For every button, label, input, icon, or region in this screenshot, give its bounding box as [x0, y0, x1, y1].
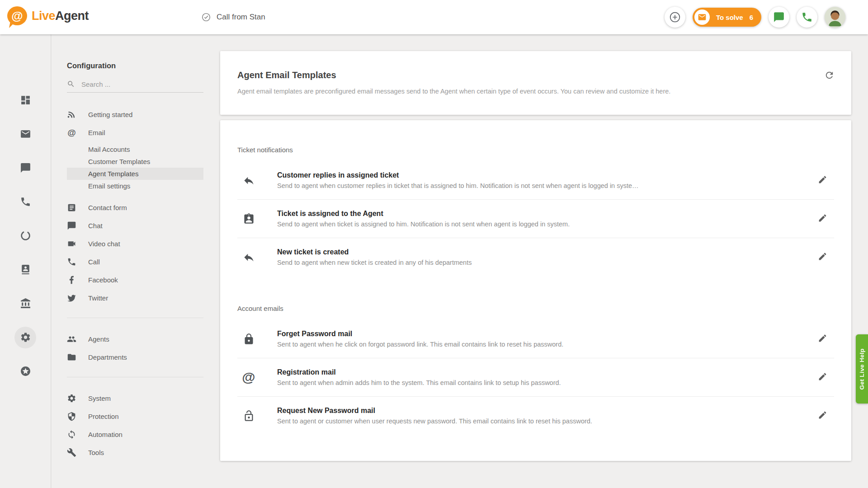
chat-bubble-icon	[773, 11, 785, 23]
edit-button[interactable]	[814, 331, 830, 347]
refresh-icon	[824, 70, 835, 80]
template-row-new-ticket: New ticket is created Send to agent when…	[237, 238, 834, 276]
section-heading: Account emails	[237, 304, 834, 313]
to-solve-button[interactable]: To solve 6	[693, 8, 761, 27]
sidebar-item-automation[interactable]: Automation	[67, 425, 203, 443]
template-title: New ticket is created	[277, 247, 814, 257]
template-description: Send to agent when new ticket is created…	[277, 258, 814, 267]
liveagent-bubble-icon: @	[7, 6, 27, 25]
rail-item-company[interactable]	[9, 286, 42, 320]
rail-item-stars[interactable]	[9, 354, 42, 388]
menu-divider	[67, 377, 203, 377]
template-description: Send to agent when customer replies in t…	[277, 181, 814, 190]
sidebar-item-agents[interactable]: Agents	[67, 330, 203, 348]
rail-item-settings[interactable]	[9, 320, 42, 354]
sidebar-item-video-chat[interactable]: Video chat	[67, 235, 203, 253]
refresh-button[interactable]	[822, 69, 836, 83]
edit-button[interactable]	[814, 369, 830, 385]
sidebar-item-tools[interactable]: Tools	[67, 443, 203, 461]
template-title: Customer replies in assigned ticket	[277, 170, 814, 180]
at-icon: @	[11, 10, 23, 22]
sidebar-item-contact-form[interactable]: Contact form	[67, 198, 203, 216]
progress-circle-icon	[14, 225, 36, 247]
sidebar-item-email[interactable]: @ Email	[67, 123, 203, 141]
search-input[interactable]	[81, 80, 203, 88]
sidebar-item-chat[interactable]: Chat	[67, 216, 203, 235]
template-description: Send to agent when ticket is assigned to…	[277, 220, 814, 229]
sidebar-item-getting-started[interactable]: Getting started	[67, 105, 203, 123]
page-title: Agent Email Templates	[237, 69, 834, 81]
sidebar-item-system[interactable]: System	[67, 389, 203, 407]
icon-rail	[0, 34, 51, 488]
at-icon: @	[237, 371, 260, 384]
rail-item-progress[interactable]	[9, 219, 42, 253]
liveagent-logo: @ LiveAgent	[7, 6, 89, 25]
sidebar-item-agent-templates[interactable]: Agent Templates	[67, 168, 203, 180]
tab-label: Call from Stan	[217, 13, 265, 22]
lock-open-icon	[237, 410, 260, 422]
logo-text-agent: Agent	[55, 9, 89, 23]
template-title: Request New Password mail	[277, 406, 814, 416]
sidebar-item-customer-templates[interactable]: Customer Templates	[67, 155, 203, 168]
dashboard-icon	[14, 89, 36, 111]
plus-circle-icon	[669, 11, 681, 23]
configuration-menu: Getting started @ Email Mail Accounts Cu…	[67, 105, 203, 461]
shield-icon	[67, 412, 76, 421]
email-submenu: Mail Accounts Customer Templates Agent T…	[67, 143, 203, 192]
reply-icon	[237, 251, 260, 263]
tab-call-from-stan[interactable]: Call from Stan	[201, 0, 265, 34]
chat-icon	[14, 157, 36, 179]
configuration-panel: Configuration Getting started @ Email Ma…	[51, 34, 216, 488]
assignment-person-icon	[237, 213, 260, 225]
envelope-icon	[694, 9, 710, 25]
bank-icon	[14, 293, 36, 314]
user-avatar[interactable]	[825, 7, 845, 28]
phone-icon	[67, 257, 76, 267]
sidebar-item-mail-accounts[interactable]: Mail Accounts	[67, 143, 203, 155]
videocam-icon	[67, 239, 76, 249]
get-live-help-tab[interactable]: Get Live Help	[856, 334, 868, 404]
facebook-icon	[67, 275, 76, 285]
folder-icon	[67, 352, 76, 362]
rail-item-contacts[interactable]	[9, 253, 42, 286]
top-bar: @ LiveAgent Call from Stan To solve	[0, 0, 868, 34]
check-circle-icon	[201, 12, 211, 22]
get-live-help-label: Get Live Help	[859, 348, 865, 389]
contact-card-icon	[14, 259, 36, 281]
pencil-icon	[818, 213, 827, 223]
pencil-icon	[818, 410, 827, 420]
template-title: Forget Password mail	[277, 329, 814, 339]
rail-item-dashboard[interactable]	[9, 83, 42, 117]
calls-button[interactable]	[797, 7, 817, 28]
edit-button[interactable]	[814, 408, 830, 424]
logo-text-live: Live	[32, 9, 55, 23]
page-header-card: Agent Email Templates Agent email templa…	[220, 51, 851, 115]
form-icon	[67, 203, 76, 212]
avatar-photo	[825, 7, 845, 28]
add-button[interactable]	[665, 7, 685, 28]
rail-item-chat[interactable]	[9, 151, 42, 185]
template-row-customer-replies: Customer replies in assigned ticket Send…	[237, 161, 834, 200]
sidebar-item-twitter[interactable]: Twitter	[67, 289, 203, 307]
star-circle-icon	[14, 361, 36, 382]
template-row-ticket-assigned: Ticket is assigned to the Agent Send to …	[237, 200, 834, 238]
phone-icon	[801, 11, 813, 23]
menu-divider	[67, 318, 203, 318]
sidebar-item-facebook[interactable]: Facebook	[67, 271, 203, 289]
rail-item-call[interactable]	[9, 185, 42, 219]
sidebar-item-departments[interactable]: Departments	[67, 348, 203, 366]
rail-item-email[interactable]	[9, 117, 42, 151]
panel-title: Configuration	[67, 61, 203, 70]
chats-button[interactable]	[769, 7, 789, 28]
main-content: Agent Email Templates Agent email templa…	[216, 34, 868, 488]
edit-button[interactable]	[814, 211, 830, 227]
sidebar-item-email-settings[interactable]: Email settings	[67, 180, 203, 192]
edit-button[interactable]	[814, 249, 830, 265]
edit-button[interactable]	[814, 172, 830, 188]
sidebar-item-call[interactable]: Call	[67, 253, 203, 271]
pencil-icon	[818, 252, 827, 261]
sidebar-item-protection[interactable]: Protection	[67, 407, 203, 425]
pencil-icon	[818, 175, 827, 184]
reply-icon	[237, 174, 260, 187]
gear-icon	[67, 394, 76, 403]
